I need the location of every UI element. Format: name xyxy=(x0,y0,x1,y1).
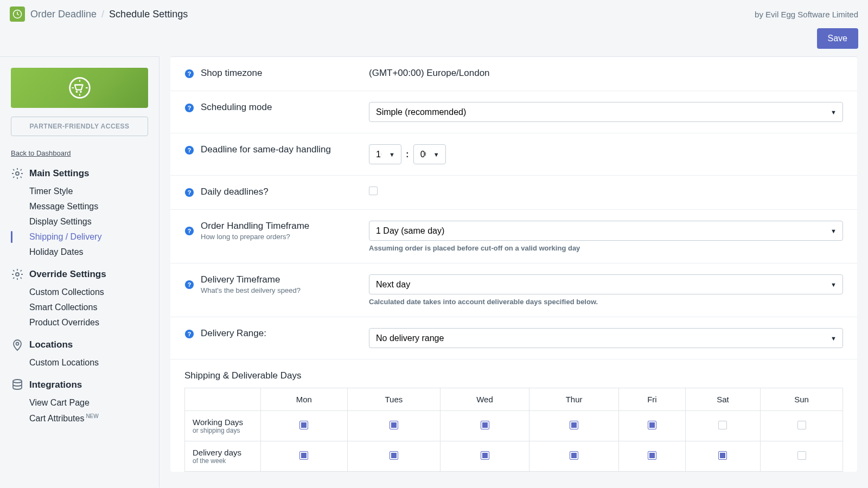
nav-section-title: Override Settings xyxy=(29,269,106,280)
row-label-cell: Delivery daysof the week xyxy=(185,441,261,472)
help-icon[interactable]: ? xyxy=(184,226,195,237)
sidebar-item-timer-style[interactable]: Timer Style xyxy=(29,185,148,197)
sidebar-item-product-overrides[interactable]: Product Overrides xyxy=(29,317,148,329)
cart-clock-icon xyxy=(68,76,92,100)
sidebar-item-cart-attributes[interactable]: Cart AttributesNEW xyxy=(29,412,148,425)
svg-point-7 xyxy=(13,380,22,383)
day-checkbox[interactable] xyxy=(797,421,806,429)
daily-label: Daily deadlines? xyxy=(201,187,369,197)
nav-items: View Cart PageCart AttributesNEW xyxy=(11,397,148,425)
deadline-label: Deadline for same-day handling xyxy=(201,144,369,155)
help-icon[interactable]: ? xyxy=(184,188,195,198)
svg-point-2 xyxy=(75,91,78,93)
handling-sublabel: How long to prepare orders? xyxy=(201,233,369,241)
nav-section-title: Main Settings xyxy=(29,168,90,179)
nav-section: Override SettingsCustom CollectionsSmart… xyxy=(11,268,148,329)
row-scheduling-mode: ? Scheduling mode Simple (recommended) xyxy=(170,91,857,133)
row-handling: ? Order Handling Timeframe How long to p… xyxy=(170,210,857,264)
nav-items: Custom CollectionsSmart CollectionsProdu… xyxy=(11,286,148,329)
row-delivery: ? Delivery Timeframe What's the best dei… xyxy=(170,264,857,317)
sidebar-item-holiday-dates[interactable]: Holiday Dates xyxy=(29,246,148,258)
content-panel: ? Shop timezone (GMT+00:00) Europe/Londo… xyxy=(159,56,868,487)
handling-label: Order Handling Timeframe xyxy=(201,221,369,232)
day-cell xyxy=(529,441,619,472)
day-checkbox[interactable] xyxy=(481,451,489,460)
timezone-value: (GMT+00:00) Europe/London xyxy=(369,68,843,79)
day-cell xyxy=(347,441,440,472)
clock-cart-icon xyxy=(12,9,22,19)
back-to-dashboard-link[interactable]: Back to Dashboard xyxy=(11,149,71,157)
svg-text:?: ? xyxy=(188,70,192,77)
day-checkbox[interactable] xyxy=(570,451,578,460)
day-checkbox[interactable] xyxy=(299,421,308,429)
sidebar-item-custom-locations[interactable]: Custom Locations xyxy=(29,357,148,369)
sidebar-item-smart-collections[interactable]: Smart Collections xyxy=(29,301,148,313)
row-sublabel: of the week xyxy=(193,457,255,465)
sidebar-item-custom-collections[interactable]: Custom Collections xyxy=(29,286,148,298)
nav-section-title: Locations xyxy=(29,339,73,350)
day-checkbox[interactable] xyxy=(570,421,578,429)
day-cell xyxy=(619,411,686,441)
day-cell xyxy=(685,441,761,472)
help-icon[interactable]: ? xyxy=(184,145,195,156)
svg-text:?: ? xyxy=(188,189,192,196)
logo-banner xyxy=(11,68,148,108)
nav-section-header: Override Settings xyxy=(11,268,148,281)
handling-timeframe-select[interactable]: 1 Day (same day) xyxy=(369,221,843,241)
nav-items: Timer StyleMessage SettingsDisplay Setti… xyxy=(11,185,148,258)
svg-point-3 xyxy=(80,91,82,93)
row-deadline: ? Deadline for same-day handling 16 : 00 xyxy=(170,133,857,176)
day-checkbox[interactable] xyxy=(390,451,398,460)
day-cell xyxy=(261,411,348,441)
help-icon[interactable]: ? xyxy=(184,280,195,291)
daily-deadlines-checkbox[interactable] xyxy=(369,187,378,195)
new-badge: NEW xyxy=(86,413,98,419)
help-icon[interactable]: ? xyxy=(184,69,195,80)
svg-point-5 xyxy=(16,273,19,276)
gear-icon xyxy=(11,167,24,180)
delivery-timeframe-select[interactable]: Next day xyxy=(369,274,843,294)
delivery-label: Delivery Timeframe xyxy=(201,274,369,285)
save-row: Save xyxy=(0,28,868,56)
row-daily-deadlines: ? Daily deadlines? xyxy=(170,176,857,210)
nav-section-title: Integrations xyxy=(29,380,82,390)
deadline-minute-select[interactable]: 00 xyxy=(413,144,446,164)
svg-text:?: ? xyxy=(188,105,192,111)
deadline-hour-select[interactable]: 16 xyxy=(369,144,401,164)
day-checkbox[interactable] xyxy=(390,421,398,429)
delivery-range-select[interactable]: No delivery range xyxy=(369,328,843,348)
by-line: by Evil Egg Software Limited xyxy=(755,10,858,19)
day-checkbox[interactable] xyxy=(648,421,656,429)
day-header: Mon xyxy=(261,388,348,411)
svg-text:?: ? xyxy=(188,331,192,337)
help-icon[interactable]: ? xyxy=(184,103,195,114)
day-checkbox[interactable] xyxy=(797,451,806,460)
partner-access-button[interactable]: PARTNER-FRIENDLY ACCESS xyxy=(11,117,148,136)
day-cell xyxy=(261,441,348,472)
main-layout: PARTNER-FRIENDLY ACCESS Back to Dashboar… xyxy=(0,56,868,487)
scheduling-mode-select[interactable]: Simple (recommended) xyxy=(369,102,843,122)
nav-section-header: Integrations xyxy=(11,378,148,391)
breadcrumb-parent[interactable]: Order Deadline xyxy=(30,9,97,20)
day-checkbox[interactable] xyxy=(718,451,727,460)
app-logo xyxy=(10,7,25,22)
svg-text:?: ? xyxy=(188,281,192,288)
timezone-label: Shop timezone xyxy=(201,68,369,79)
day-checkbox[interactable] xyxy=(481,421,489,429)
day-checkbox[interactable] xyxy=(299,451,308,460)
breadcrumb-separator: / xyxy=(101,9,104,20)
sidebar-item-view-cart-page[interactable]: View Cart Page xyxy=(29,397,148,409)
handling-helper: Assuming order is placed before cut-off … xyxy=(369,244,843,252)
day-cell xyxy=(347,411,440,441)
sidebar-item-message-settings[interactable]: Message Settings xyxy=(29,201,148,213)
help-icon[interactable]: ? xyxy=(184,329,195,340)
nav-items: Custom Locations xyxy=(11,357,148,369)
day-checkbox[interactable] xyxy=(718,421,727,429)
sidebar-item-shipping-delivery[interactable]: Shipping / Delivery xyxy=(29,231,148,243)
delivery-sublabel: What's the best deilvery speed? xyxy=(201,286,369,294)
range-label: Delivery Range: xyxy=(201,328,369,339)
day-checkbox[interactable] xyxy=(648,451,656,460)
save-button[interactable]: Save xyxy=(817,28,858,49)
sidebar-item-display-settings[interactable]: Display Settings xyxy=(29,216,148,228)
gear-icon xyxy=(11,268,24,281)
